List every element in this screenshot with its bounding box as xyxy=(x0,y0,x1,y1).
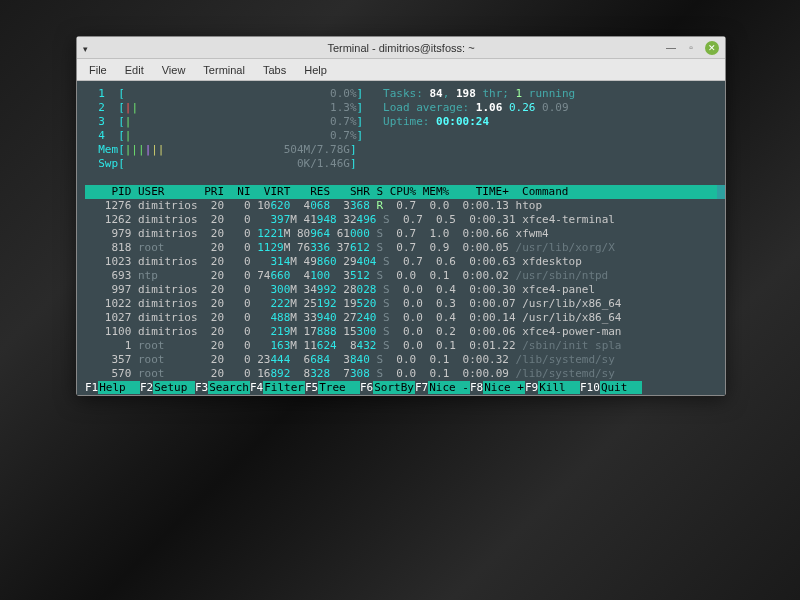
menu-view[interactable]: View xyxy=(154,62,194,78)
process-row[interactable]: 693 ntp 20 0 74660 4100 3512 S 0.0 0.1 0… xyxy=(85,269,717,283)
window-title: Terminal - dimitrios@itsfoss: ~ xyxy=(242,42,560,54)
fkey-F3[interactable]: F3Search xyxy=(195,381,250,394)
process-row[interactable]: 1276 dimitrios 20 0 10620 4068 3368 R 0.… xyxy=(85,199,717,213)
menu-terminal[interactable]: Terminal xyxy=(195,62,253,78)
process-row[interactable]: 1262 dimitrios 20 0 397M 41948 32496 S 0… xyxy=(85,213,717,227)
minimize-icon[interactable]: — xyxy=(665,42,677,54)
process-row[interactable]: 1 root 20 0 163M 11624 8432 S 0.0 0.1 0:… xyxy=(85,339,717,353)
close-icon[interactable]: ✕ xyxy=(705,41,719,55)
fkey-F9[interactable]: F9Kill xyxy=(525,381,580,394)
process-row[interactable]: 997 dimitrios 20 0 300M 34992 28028 S 0.… xyxy=(85,283,717,297)
process-row[interactable]: 570 root 20 0 16892 8328 7308 S 0.0 0.1 … xyxy=(85,367,717,381)
fkey-F10[interactable]: F10Quit xyxy=(580,381,642,394)
fkey-F4[interactable]: F4Filter xyxy=(250,381,305,394)
terminal-content[interactable]: 1 [ 0.0%] Tasks: 84, 198 thr; 1 running … xyxy=(77,81,725,395)
process-row[interactable]: 818 root 20 0 1129M 76336 37612 S 0.7 0.… xyxy=(85,241,717,255)
process-header[interactable]: PID USER PRI NI VIRT RES SHR S CPU% MEM%… xyxy=(85,185,717,199)
fkey-F7[interactable]: F7Nice - xyxy=(415,381,470,394)
terminal-window: ▾ Terminal - dimitrios@itsfoss: ~ — ▫ ✕ … xyxy=(76,36,726,396)
fkey-F8[interactable]: F8Nice + xyxy=(470,381,525,394)
process-row[interactable]: 1027 dimitrios 20 0 488M 33940 27240 S 0… xyxy=(85,311,717,325)
fkey-F6[interactable]: F6SortBy xyxy=(360,381,415,394)
window-menu-icon[interactable]: ▾ xyxy=(83,44,88,54)
process-row[interactable]: 1022 dimitrios 20 0 222M 25192 19520 S 0… xyxy=(85,297,717,311)
titlebar[interactable]: ▾ Terminal - dimitrios@itsfoss: ~ — ▫ ✕ xyxy=(77,37,725,59)
menu-help[interactable]: Help xyxy=(296,62,335,78)
process-row[interactable]: 357 root 20 0 23444 6684 3840 S 0.0 0.1 … xyxy=(85,353,717,367)
menubar: File Edit View Terminal Tabs Help xyxy=(77,59,725,81)
menu-file[interactable]: File xyxy=(81,62,115,78)
menu-tabs[interactable]: Tabs xyxy=(255,62,294,78)
fkey-F2[interactable]: F2Setup xyxy=(140,381,195,394)
function-key-bar: F1Help F2Setup F3SearchF4FilterF5Tree F6… xyxy=(85,381,717,395)
fkey-F1[interactable]: F1Help xyxy=(85,381,140,394)
process-row[interactable]: 1023 dimitrios 20 0 314M 49860 29404 S 0… xyxy=(85,255,717,269)
process-row[interactable]: 738 root 20 0 1129M 76336 37612 S 2.0 0.… xyxy=(717,185,725,199)
maximize-icon[interactable]: ▫ xyxy=(685,42,697,54)
fkey-F5[interactable]: F5Tree xyxy=(305,381,360,394)
menu-edit[interactable]: Edit xyxy=(117,62,152,78)
process-row[interactable]: 1100 dimitrios 20 0 219M 17888 15300 S 0… xyxy=(85,325,717,339)
process-row[interactable]: 979 dimitrios 20 0 1221M 80964 61000 S 0… xyxy=(85,227,717,241)
